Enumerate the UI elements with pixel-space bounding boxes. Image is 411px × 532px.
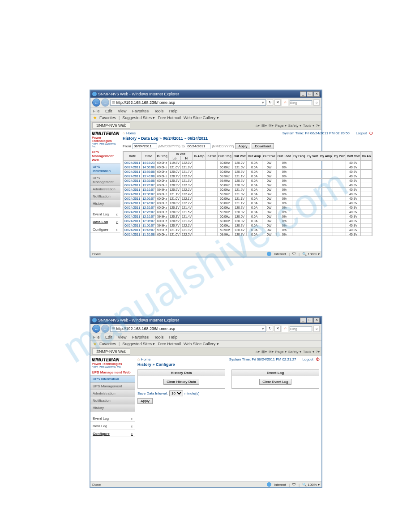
menu-favorites[interactable]: Favorites (132, 335, 149, 339)
apply-button[interactable]: Apply (235, 143, 250, 149)
subnav-data-log[interactable]: Data Log◐ (90, 218, 120, 225)
feed-tool-icon[interactable]: ▦▾ (261, 124, 267, 128)
nav-ups-management[interactable]: UPS Management (90, 383, 135, 390)
main-content: ⌂ Home System Time: Fri 06/24/2011 PM 02… (135, 356, 321, 481)
nav-notification[interactable]: Notification (90, 397, 135, 404)
to-date-input[interactable] (186, 143, 210, 149)
search-icon[interactable]: ⌕ (282, 99, 288, 106)
clear-event-button[interactable]: Clear Event Log (259, 379, 291, 385)
nav-ups-information[interactable]: UPS Information (90, 376, 135, 383)
free-hotmail[interactable]: Free Hotmail (158, 116, 181, 120)
minimize-button[interactable]: _ (300, 91, 306, 97)
tools-menu[interactable]: Tools ▾ (303, 350, 314, 354)
interval-select[interactable]: 10 (169, 390, 183, 396)
nav-notification[interactable]: Notification (90, 193, 120, 200)
back-button[interactable]: ← (92, 99, 100, 107)
menu-help[interactable]: Help (169, 335, 178, 339)
browser-tab[interactable]: SNMP-NV6 Web (92, 348, 130, 355)
mail-tool-icon[interactable]: ✉▾ (269, 124, 274, 128)
maximize-button[interactable]: □ (307, 317, 313, 323)
chevron-icon: ◐ (131, 425, 133, 428)
dropdown-icon[interactable]: ▾ (262, 326, 264, 331)
address-bar[interactable]: ☰ ▾ (110, 326, 266, 332)
zoom-label[interactable]: 🔍 100% ▾ (302, 252, 320, 256)
dropdown-icon[interactable]: ▾ (262, 100, 264, 105)
browser-tab[interactable]: SNMP-NV6 Web (92, 122, 130, 129)
url-input[interactable] (116, 326, 262, 331)
favorites-label[interactable]: Favorites (99, 342, 116, 346)
free-hotmail[interactable]: Free Hotmail (158, 342, 181, 346)
subnav-configure[interactable]: Configure◐ (90, 429, 135, 437)
search-go[interactable]: ⌕ (313, 326, 320, 332)
subnav-event-log[interactable]: Event Log◐ (90, 210, 120, 218)
nav-history[interactable]: History (90, 404, 135, 412)
menu-tools[interactable]: Tools (154, 335, 163, 339)
menu-tools[interactable]: Tools (154, 109, 163, 113)
search-go[interactable]: ⌕ (313, 99, 320, 106)
home-link[interactable]: Home (141, 357, 150, 361)
subnav-event-log[interactable]: Event Log◐ (90, 414, 135, 422)
help-tool-icon[interactable]: ?▾ (316, 350, 320, 354)
page-menu[interactable]: Page ▾ (275, 124, 287, 128)
stop-button[interactable]: ✕ (274, 326, 281, 332)
nav-history[interactable]: History (90, 200, 120, 207)
menu-favorites[interactable]: Favorites (132, 109, 149, 113)
back-button[interactable]: ← (92, 325, 100, 333)
menu-edit[interactable]: Edit (105, 109, 112, 113)
from-date-input[interactable] (133, 143, 157, 149)
refresh-button[interactable]: ↻ (267, 99, 273, 106)
favorites-star-icon[interactable]: ★ (93, 116, 97, 120)
subnav-data-log[interactable]: Data Log◐ (90, 422, 135, 429)
suggested-sites[interactable]: Suggested Sites ▾ (122, 116, 155, 120)
home-tool-icon[interactable]: ⌂▾ (256, 350, 260, 354)
web-slice-gallery[interactable]: Web Slice Gallery ▾ (184, 342, 219, 346)
search-input[interactable] (290, 326, 312, 331)
clear-history-button[interactable]: Clear History Data (163, 379, 199, 385)
favorites-star-icon[interactable]: ★ (93, 342, 97, 346)
home-tool-icon[interactable]: ⌂▾ (256, 124, 260, 128)
maximize-button[interactable]: □ (307, 91, 313, 97)
safety-menu[interactable]: Safety ▾ (288, 124, 301, 128)
subnav-configure[interactable]: Configure◐ (90, 225, 120, 233)
mail-tool-icon[interactable]: ✉▾ (269, 350, 274, 354)
nav-ups-management[interactable]: UPS Management (90, 175, 120, 186)
favorites-label[interactable]: Favorites (99, 116, 116, 120)
menu-file[interactable]: File (93, 109, 100, 113)
forward-button[interactable]: → (101, 99, 109, 107)
feed-tool-icon[interactable]: ▦▾ (261, 350, 267, 354)
nav-administration[interactable]: Administration (90, 186, 120, 193)
nav-ups-information[interactable]: UPS Information (90, 163, 120, 175)
menu-file[interactable]: File (93, 335, 100, 339)
menu-help[interactable]: Help (169, 109, 178, 113)
logout-link[interactable]: Logout (356, 131, 367, 135)
menu-view[interactable]: View (118, 109, 126, 113)
tools-menu[interactable]: Tools ▾ (303, 124, 314, 128)
stop-button[interactable]: ✕ (274, 99, 281, 106)
help-tool-icon[interactable]: ?▾ (316, 124, 320, 128)
close-button[interactable]: ✕ (313, 317, 320, 323)
refresh-button[interactable]: ↻ (267, 326, 273, 332)
data-table: Date Time In Freq In Volt In Amp In Pwr … (123, 151, 372, 236)
nav-administration[interactable]: Administration (90, 390, 135, 397)
menu-view[interactable]: View (118, 335, 126, 339)
home-link[interactable]: Home (126, 131, 136, 135)
search-icon[interactable]: ⌕ (282, 326, 288, 332)
chevron-icon: ◐ (116, 220, 118, 223)
protected-mode-icon: 🛡 (292, 483, 296, 487)
apply-button[interactable]: Apply (137, 398, 153, 404)
search-input[interactable] (290, 100, 312, 105)
download-button[interactable]: Download (252, 143, 274, 149)
logout-link[interactable]: Logout (303, 357, 313, 361)
menu-edit[interactable]: Edit (105, 335, 112, 339)
url-input[interactable] (116, 100, 262, 105)
web-slice-gallery[interactable]: Web Slice Gallery ▾ (184, 116, 219, 120)
suggested-sites[interactable]: Suggested Sites ▾ (122, 342, 155, 346)
minimize-button[interactable]: _ (300, 317, 306, 323)
table-row: 06/24/201113:06:0760.0Hz121.1V122.4V59.9… (124, 192, 372, 197)
zoom-label[interactable]: 🔍 100% ▾ (302, 483, 320, 487)
address-bar[interactable]: ☰ ▾ (110, 99, 266, 106)
close-button[interactable]: ✕ (313, 91, 320, 97)
page-menu[interactable]: Page ▾ (275, 350, 287, 354)
safety-menu[interactable]: Safety ▾ (288, 350, 301, 354)
forward-button[interactable]: → (101, 325, 109, 333)
